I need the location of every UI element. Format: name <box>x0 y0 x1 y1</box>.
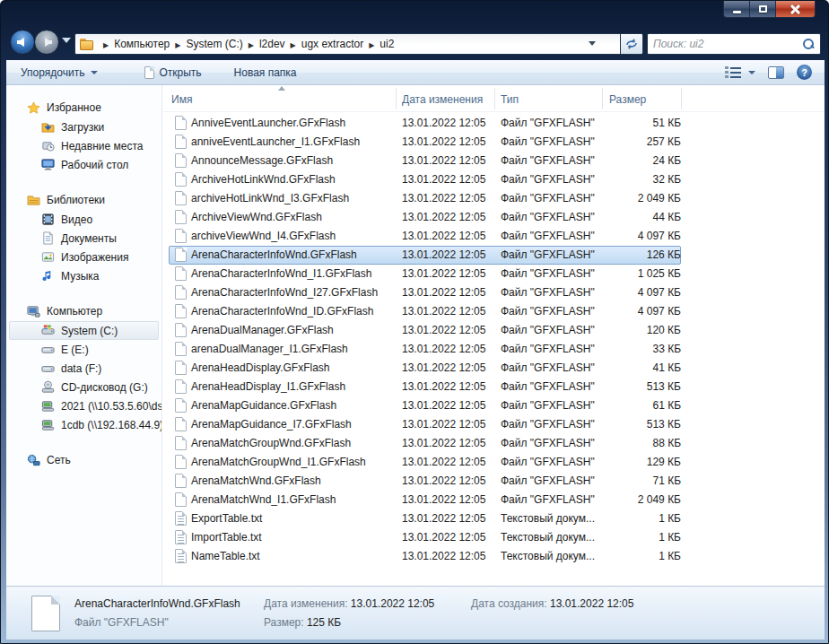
minimize-button[interactable] <box>724 1 750 17</box>
breadcrumb-separator-icon: ▶ <box>369 41 374 49</box>
table-row[interactable]: ArenaMapGuidance.GFxFlash13.01.2022 12:0… <box>163 396 825 415</box>
column-header-date[interactable]: Дата изменения <box>402 93 483 106</box>
column-header-name[interactable]: Имя <box>171 93 192 106</box>
table-row[interactable]: ArenaMatchGroupWnd.GFxFlash13.01.2022 12… <box>163 434 825 453</box>
breadcrumb-item[interactable]: Компьютер <box>114 38 170 50</box>
gfx-file-icon <box>175 153 187 168</box>
table-row[interactable]: anniveEventLauncher_I1.GFxFlash13.01.202… <box>163 133 825 152</box>
folder-icon <box>80 39 94 50</box>
open-button[interactable]: Открыть <box>137 63 208 83</box>
table-row[interactable]: ArchiveViewWnd.GFxFlash13.01.2022 12:05Ф… <box>163 208 825 227</box>
gfx-file-icon <box>175 474 187 488</box>
file-list-pane: Имя Дата изменения Тип Размер AnniveEven… <box>163 85 825 586</box>
table-row[interactable]: ImportTable.txt13.01.2022 12:05Текстовый… <box>163 528 825 547</box>
file-name: ArenaCharacterInfoWnd_I27.GFxFlash <box>191 286 378 299</box>
sidebar-item[interactable]: Видео <box>9 210 159 229</box>
table-row[interactable]: ArenaCharacterInfoWnd_I1.GFxFlash13.01.2… <box>163 265 825 283</box>
table-row[interactable]: ArenaMapGuidance_I7.GFxFlash13.01.2022 1… <box>163 415 825 434</box>
search-icon[interactable] <box>802 38 815 50</box>
table-row[interactable]: arenaDualManager_I1.GFxFlash13.01.2022 1… <box>163 340 825 359</box>
sidebar-group-label: Библиотеки <box>47 194 105 206</box>
gfx-file-icon <box>175 191 187 205</box>
breadcrumb-item[interactable]: ui2 <box>380 38 394 50</box>
network-icon <box>26 453 40 467</box>
file-date: 13.01.2022 12:05 <box>402 230 485 242</box>
new-folder-button[interactable]: Новая папка <box>227 63 304 83</box>
sidebar-item[interactable]: Недавние места <box>9 136 159 155</box>
table-row[interactable]: ExportTable.txt13.01.2022 12:05Текстовый… <box>163 509 825 528</box>
help-button[interactable]: ? <box>797 65 812 80</box>
organize-button[interactable]: Упорядочить <box>13 63 105 83</box>
sidebar-item[interactable]: data (F:) <box>9 359 159 378</box>
sidebar-item[interactable]: E (E:) <box>9 340 159 359</box>
table-row[interactable]: ArenaCharacterInfoWnd.GFxFlash13.01.2022… <box>163 246 825 265</box>
chevron-down-icon <box>748 71 755 74</box>
search-box[interactable]: Поиск: ui2 <box>647 33 821 55</box>
breadcrumb-item[interactable]: l2dev <box>259 38 285 50</box>
pictures-icon <box>40 250 55 265</box>
file-date: 13.01.2022 12:05 <box>402 437 485 449</box>
refresh-button[interactable] <box>620 33 643 55</box>
gfx-file-icon <box>175 398 187 413</box>
sidebar-group-header[interactable]: Сеть <box>6 450 161 470</box>
downloads-icon <box>40 120 55 135</box>
file-name: arenaDualManager_I1.GFxFlash <box>191 343 348 355</box>
table-row[interactable]: ArenaMatchWnd.GFxFlash13.01.2022 12:05Фа… <box>163 472 825 491</box>
column-header-type[interactable]: Тип <box>501 93 519 106</box>
maximize-button[interactable] <box>750 1 776 17</box>
file-name: NameTable.txt <box>191 550 260 562</box>
back-button[interactable] <box>10 30 35 55</box>
breadcrumb-item[interactable]: ugx extractor <box>301 38 363 50</box>
forward-button[interactable] <box>34 30 59 55</box>
sidebar-item-label: System (C:) <box>61 325 118 337</box>
file-date: 13.01.2022 12:05 <box>402 343 485 355</box>
table-row[interactable]: AnniveEventLauncher.GFxFlash13.01.2022 1… <box>163 114 825 133</box>
sidebar-item[interactable]: CD-дисковод (G:) <box>9 378 159 396</box>
table-row[interactable]: ArenaHeadDisplay.GFxFlash13.01.2022 12:0… <box>163 359 825 378</box>
list-view-icon <box>725 66 741 79</box>
sidebar-group-header[interactable]: Библиотеки <box>6 190 161 210</box>
file-size: 126 КБ <box>549 248 681 261</box>
sidebar-group-header[interactable]: Компьютер <box>6 301 161 321</box>
file-date: 13.01.2022 12:05 <box>402 305 485 318</box>
table-row[interactable]: ArenaCharacterInfoWnd_I27.GFxFlash13.01.… <box>163 283 825 302</box>
table-row[interactable]: archiveHotLinkWnd_I3.GFxFlash13.01.2022 … <box>163 189 825 208</box>
table-row[interactable]: ArenaCharacterInfoWnd_ID.GFxFlash13.01.2… <box>163 302 825 321</box>
table-row[interactable]: ArenaMatchWnd_I1.GFxFlash13.01.2022 12:0… <box>163 491 825 509</box>
sidebar-item[interactable]: Рабочий стол <box>9 155 159 174</box>
address-bar[interactable]: ▶Компьютер▶System (C:)▶l2dev▶ugx extract… <box>74 33 620 55</box>
sidebar-item[interactable]: Изображения <box>9 248 159 266</box>
table-row[interactable]: ArenaDualManager.GFxFlash13.01.2022 12:0… <box>163 321 825 340</box>
close-button[interactable] <box>776 1 815 17</box>
table-row[interactable]: ArenaHeadDisplay_I1.GFxFlash13.01.2022 1… <box>163 378 825 396</box>
sidebar-item[interactable]: Загрузки <box>9 117 159 136</box>
explorer-window: ▶Компьютер▶System (C:)▶l2dev▶ugx extract… <box>0 0 829 644</box>
recent-pages-dropdown[interactable] <box>62 38 71 43</box>
table-row[interactable]: ArchiveHotLinkWnd.GFxFlash13.01.2022 12:… <box>163 170 825 189</box>
sidebar-item[interactable]: Музыка <box>9 266 159 285</box>
title-bar[interactable] <box>1 1 828 26</box>
sidebar-item-label: Недавние места <box>61 140 143 152</box>
sidebar-item[interactable]: System (C:) <box>9 321 159 340</box>
sidebar-group: БиблиотекиВидеоДокументыИзображенияМузык… <box>6 190 161 285</box>
file-rows: AnniveEventLauncher.GFxFlash13.01.2022 1… <box>163 114 825 566</box>
breadcrumb-item[interactable]: System (C:) <box>186 38 242 50</box>
file-name: ArenaMatchGroupWnd.GFxFlash <box>191 437 351 449</box>
address-dropdown-icon[interactable] <box>589 41 596 46</box>
table-row[interactable]: ArenaMatchGroupWnd_I1.GFxFlash13.01.2022… <box>163 453 825 472</box>
sidebar-item[interactable]: 2021 (\\10.53.5.60\ds <box>9 396 159 415</box>
table-row[interactable]: archiveViewWnd_I4.GFxFlash13.01.2022 12:… <box>163 227 825 246</box>
sidebar-item[interactable]: 1cdb (\\192.168.44.9) <box>9 415 159 434</box>
documents-icon <box>40 231 55 246</box>
sidebar-group: КомпьютерSystem (C:)E (E:)data (F:)CD-ди… <box>6 301 161 434</box>
sidebar-item-label: Документы <box>61 232 117 245</box>
file-size: 129 КБ <box>549 456 681 468</box>
preview-pane-button[interactable] <box>768 66 784 79</box>
sidebar-item[interactable]: Документы <box>9 229 159 248</box>
table-row[interactable]: NameTable.txt13.01.2022 12:05Текстовый д… <box>163 547 825 566</box>
change-view-button[interactable] <box>725 66 755 79</box>
file-name: ArenaDualManager.GFxFlash <box>191 324 334 336</box>
table-row[interactable]: AnnounceMessage.GFxFlash13.01.2022 12:05… <box>163 152 825 170</box>
column-header-size[interactable]: Размер <box>609 93 646 106</box>
sidebar-group-header[interactable]: Избранное <box>6 98 161 117</box>
